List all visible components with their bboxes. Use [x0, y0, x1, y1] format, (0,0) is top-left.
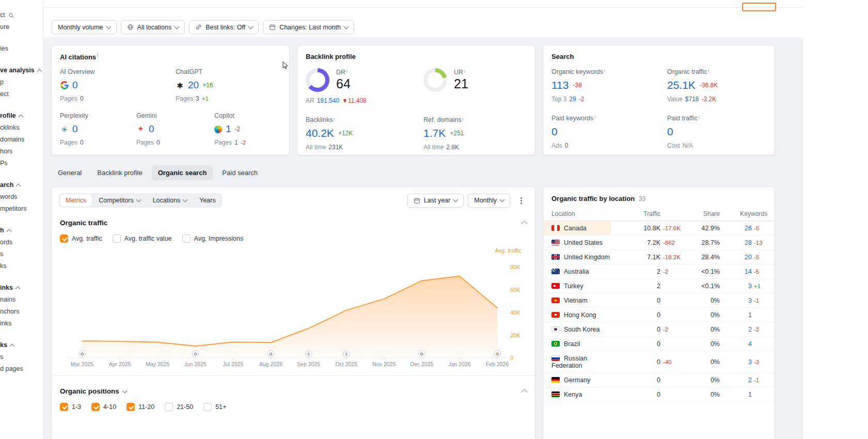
info-icon[interactable]: i — [334, 116, 335, 121]
sidebar-section-rofile[interactable]: rofile — [0, 110, 43, 122]
checkbox-unchecked[interactable] — [182, 234, 191, 243]
position-toggle-51[interactable]: 51+ — [203, 403, 226, 411]
ai-engine-value[interactable]: 0 — [149, 123, 154, 135]
keywords-value[interactable]: 14 — [740, 268, 752, 275]
info-icon[interactable]: i — [464, 69, 465, 74]
location-row-australia[interactable]: Australia2-2<0.1%14-5 — [543, 264, 775, 279]
position-toggle-4-10[interactable]: 4-10 — [91, 403, 116, 411]
checkbox-checked[interactable] — [60, 403, 68, 411]
collapse-section-icon[interactable] — [521, 221, 528, 227]
info-icon[interactable]: i — [699, 115, 700, 120]
metric-value[interactable]: 0 — [667, 126, 673, 138]
metric-value[interactable]: 113 — [551, 79, 569, 91]
metric-value[interactable]: 25.1K — [667, 79, 696, 91]
nav-years[interactable]: Years — [194, 194, 222, 207]
location-row-vietnam[interactable]: Vietnam00%3-1 — [543, 293, 775, 308]
chevron-down-icon[interactable] — [122, 388, 127, 393]
tab-backlink-profile[interactable]: Backlink profile — [91, 165, 148, 180]
sidebar-section-arch[interactable]: arch — [0, 179, 43, 191]
keywords-value[interactable]: 2 — [740, 326, 752, 333]
checkbox-checked[interactable] — [127, 403, 135, 411]
location-row-brazil[interactable]: Brazil00%4 — [543, 337, 775, 351]
sidebar-item-ure[interactable]: ure — [0, 21, 43, 33]
info-icon[interactable]: i — [708, 68, 709, 73]
info-icon[interactable]: i — [604, 68, 605, 73]
checkbox-unchecked[interactable] — [165, 403, 173, 411]
filter-monthly-volume[interactable]: Monthly volume — [52, 20, 117, 34]
info-icon[interactable]: i — [346, 69, 348, 74]
more-options-button[interactable] — [514, 194, 528, 207]
position-toggle-21-50[interactable]: 21-50 — [165, 403, 193, 411]
location-row-united-kingdom[interactable]: United Kingdom7.1K-18.2K28.4%20-5 — [543, 250, 775, 264]
nav-metrics[interactable]: Metrics — [60, 194, 92, 207]
location-row-russian-federation[interactable]: Russian Federation0-400%3-3 — [543, 351, 775, 373]
ai-engine-value[interactable]: 1 — [226, 123, 231, 135]
column-keywords[interactable]: Keywords — [720, 207, 775, 221]
sidebar-item-d-pages[interactable]: d pages — [0, 363, 43, 375]
position-toggle-1-3[interactable]: 1-3 — [60, 403, 81, 411]
series-toggle-avg-traffic-value[interactable]: Avg. traffic value — [113, 234, 172, 243]
date-range-button[interactable]: Last year — [407, 194, 464, 208]
column-share[interactable]: Share — [687, 207, 720, 221]
collapse-section-icon[interactable] — [521, 389, 528, 396]
keywords-value[interactable]: 3 — [740, 297, 752, 304]
keywords-value[interactable]: 26 — [740, 225, 752, 232]
column-location[interactable]: Location — [543, 207, 611, 221]
info-icon[interactable]: i — [97, 53, 98, 58]
checkbox-checked[interactable] — [91, 403, 100, 411]
ar-value[interactable]: 191,540 — [317, 97, 339, 104]
location-row-hong-kong[interactable]: Hong Kong00%1 — [543, 308, 775, 322]
filter-best-links-off[interactable]: Best links: Off — [189, 20, 259, 34]
sidebar-item-s[interactable]: s — [0, 351, 43, 363]
series-toggle-avg-impressions[interactable]: Avg. Impressions — [182, 234, 244, 243]
sidebar-item-inks[interactable]: inks — [0, 318, 43, 330]
keywords-value[interactable]: 3 — [740, 283, 752, 290]
sidebar-item-ies[interactable]: ies — [0, 43, 43, 55]
sidebar-item-ect[interactable]: ect — [0, 88, 43, 100]
nav-competitors[interactable]: Competitors — [93, 194, 146, 207]
sidebar-item-domains[interactable]: domains — [0, 134, 43, 146]
sidebar-item-ps[interactable]: Ps — [0, 158, 43, 169]
location-row-united-states[interactable]: United States7.2K-86228.7%28-13 — [543, 236, 775, 250]
info-icon[interactable]: i — [463, 116, 464, 121]
granularity-button[interactable]: Monthly — [468, 194, 510, 208]
backlinks-value[interactable]: 40.2K — [306, 127, 334, 139]
checkbox-unchecked[interactable] — [113, 234, 121, 243]
sidebar-item-s[interactable]: s — [0, 248, 43, 260]
checkbox-checked[interactable] — [60, 234, 68, 243]
sidebar-item-ct[interactable]: ct — [0, 9, 43, 21]
series-toggle-avg-traffic[interactable]: Avg. traffic — [60, 234, 102, 243]
sidebar-item-nains[interactable]: nains — [0, 294, 43, 306]
location-row-south-korea[interactable]: South Korea0-20%2-2 — [543, 322, 775, 337]
location-row-canada[interactable]: Canada10.8K-17.6K42.9%26-5 — [543, 221, 775, 236]
sidebar-item-ks[interactable]: ks — [0, 260, 43, 272]
metric-value[interactable]: 0 — [551, 126, 558, 138]
sidebar-item-cklinks[interactable]: cklinks — [0, 122, 43, 134]
sidebar-section-h[interactable]: h — [0, 225, 43, 237]
keywords-value[interactable]: 28 — [740, 239, 752, 246]
ai-engine-value[interactable]: 0 — [72, 80, 78, 91]
sidebar-item-words[interactable]: words — [0, 191, 43, 203]
sidebar-section-ks[interactable]: ks — [0, 339, 43, 351]
tab-general[interactable]: General — [52, 165, 88, 180]
location-row-germany[interactable]: Germany00%2-1 — [543, 373, 775, 387]
ai-engine-value[interactable]: 20 — [188, 80, 199, 91]
sidebar-item-hors[interactable]: hors — [0, 146, 43, 158]
tab-paid-search[interactable]: Paid search — [216, 165, 264, 180]
keywords-value[interactable]: 1 — [740, 311, 752, 319]
sidebar-item-p[interactable]: p — [0, 76, 43, 88]
sidebar-item-mpetitors[interactable]: mpetitors — [0, 203, 43, 215]
tab-organic-search[interactable]: Organic search — [152, 165, 213, 180]
position-toggle-11-20[interactable]: 11-20 — [127, 403, 154, 411]
location-row-turkey[interactable]: Turkey2<0.1%3+1 — [543, 279, 775, 293]
sidebar-section-ve-analysis[interactable]: ve analysis — [0, 65, 43, 76]
keywords-value[interactable]: 3 — [740, 358, 752, 366]
filter-changes-last-month[interactable]: Changes: Last month — [263, 20, 354, 34]
info-icon[interactable]: i — [594, 115, 595, 120]
keywords-value[interactable]: 2 — [740, 377, 752, 384]
sidebar-item-nchors[interactable]: nchors — [0, 306, 43, 318]
filter-all-locations[interactable]: All locations — [121, 20, 185, 34]
sidebar-item-ords[interactable]: ords — [0, 237, 43, 248]
organic-traffic-chart[interactable]: 020K40K60K80KMar 2025Apr 2025May 2025Jun… — [52, 255, 535, 372]
sidebar-section-inks[interactable]: inks — [0, 282, 43, 294]
